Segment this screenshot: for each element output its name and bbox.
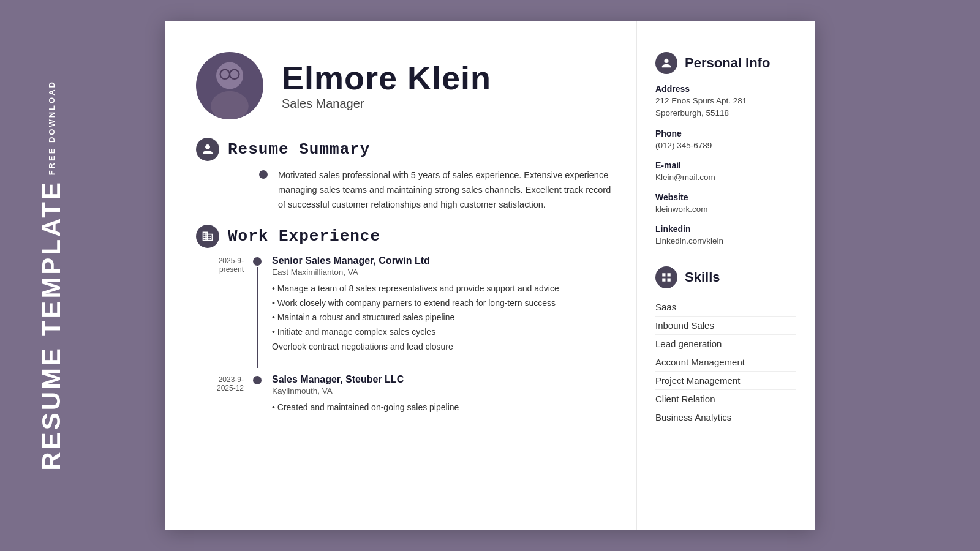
job-2-line: [251, 374, 263, 429]
job-1-dates: 2025-9- present: [196, 255, 251, 368]
resume-template-text: RESUME TEMPLATE: [37, 180, 66, 471]
skill-0: Saas: [655, 298, 796, 317]
linkedin-item: Linkedin Linkedin.com/klein: [655, 224, 796, 247]
summary-icon: [196, 138, 219, 161]
free-download-text: FREE DOWNLOAD: [47, 80, 56, 175]
bullet-1-2: • Work closely with company parners to e…: [272, 296, 612, 311]
bullet-1-4: • Initiate and manage complex sales cycl…: [272, 325, 612, 340]
summary-timeline-line: [257, 168, 270, 212]
linkedin-label: Linkedin: [655, 224, 796, 234]
job-2-dates: 2023-9- 2025-12: [196, 374, 251, 429]
phone-item: Phone (012) 345-6789: [655, 129, 796, 152]
work-experience-header: Work Experience: [196, 225, 612, 248]
resume-sidebar: Personal Info Address 212 Enos Spurs Apt…: [637, 21, 815, 530]
resume-card: Elmore Klein Sales Manager Resume Summar…: [165, 21, 815, 530]
bullet-1-3: • Maintain a robust and structured sales…: [272, 310, 612, 325]
skill-1: Inbound Sales: [655, 317, 796, 335]
job-2-timeline: 2023-9- 2025-12 Sales Manager, Steuber L…: [196, 374, 612, 429]
bullet-1-1: • Manage a team of 8 sales representativ…: [272, 282, 612, 296]
job-1-timeline: 2025-9- present Senior Sales Manager, Co…: [196, 255, 612, 368]
job-1-line: [251, 255, 263, 368]
summary-title: Resume Summary: [228, 140, 370, 159]
linkedin-value: Linkedin.com/klein: [655, 235, 796, 247]
side-label: FREE DOWNLOAD RESUME TEMPLATE: [37, 80, 66, 471]
job-2-dot: [253, 376, 262, 384]
job-1-title: Senior Sales Manager, Corwin Ltd: [272, 255, 612, 266]
job-title: Sales Manager: [282, 97, 491, 111]
timeline-dot: [259, 170, 268, 179]
skill-2: Lead generation: [655, 335, 796, 353]
job-1-vert: [257, 267, 258, 368]
job-1-content: Senior Sales Manager, Corwin Ltd East Ma…: [263, 255, 612, 354]
summary-text: Motivated sales professional with 5 year…: [278, 168, 612, 212]
avatar: [196, 52, 263, 119]
skill-3: Account Management: [655, 353, 796, 372]
skills-title: Skills: [685, 269, 720, 285]
skills-section: Skills Saas Inbound Sales Lead generatio…: [655, 266, 796, 426]
personal-info-section: Personal Info Address 212 Enos Spurs Apt…: [655, 52, 796, 248]
website-value: kleinwork.com: [655, 203, 796, 216]
address-line2: Sporerburgh, 55118: [655, 107, 796, 119]
job-1-dot: [253, 257, 262, 266]
phone-label: Phone: [655, 129, 796, 138]
job-2-title: Sales Manager, Steuber LLC: [272, 374, 612, 385]
header-text: Elmore Klein Sales Manager: [282, 61, 491, 111]
phone-value: (012) 345-6789: [655, 140, 796, 152]
website-label: Website: [655, 192, 796, 202]
skill-6: Business Analytics: [655, 408, 796, 426]
job-1-location: East Maximillianton, VA: [272, 268, 612, 277]
skills-list: Saas Inbound Sales Lead generation Accou…: [655, 298, 796, 426]
skills-header: Skills: [655, 266, 796, 288]
summary-content: Motivated sales professional with 5 year…: [270, 168, 612, 212]
email-item: E-mail Klein@mail.com: [655, 160, 796, 184]
bullet-2-1: • Created and maintained on-going sales …: [272, 400, 612, 415]
skill-4: Project Management: [655, 372, 796, 390]
resume-header: Elmore Klein Sales Manager: [196, 52, 612, 119]
job-2-content: Sales Manager, Steuber LLC Kaylinmouth, …: [263, 374, 612, 415]
personal-info-header: Personal Info: [655, 52, 796, 74]
email-label: E-mail: [655, 160, 796, 170]
person-name: Elmore Klein: [282, 61, 491, 94]
job-2-location: Kaylinmouth, VA: [272, 386, 612, 395]
work-icon: [196, 225, 219, 248]
email-value: Klein@mail.com: [655, 171, 796, 184]
job-2-bullets: • Created and maintained on-going sales …: [272, 400, 612, 415]
personal-info-icon: [655, 52, 677, 74]
work-experience-section: Work Experience 2025-9- present Senior S…: [196, 225, 612, 429]
work-experience-title: Work Experience: [228, 227, 380, 246]
resume-main: Elmore Klein Sales Manager Resume Summar…: [165, 21, 637, 530]
address-line1: 212 Enos Spurs Apt. 281: [655, 95, 796, 107]
svg-point-1: [211, 91, 249, 119]
skills-icon: [655, 266, 677, 288]
website-item: Website kleinwork.com: [655, 192, 796, 216]
job-1-bullets: • Manage a team of 8 sales representativ…: [272, 282, 612, 354]
summary-section: Resume Summary Motivated sales professio…: [196, 138, 612, 212]
skill-5: Client Relation: [655, 390, 796, 408]
address-label: Address: [655, 84, 796, 94]
personal-info-title: Personal Info: [685, 55, 770, 71]
bullet-1-5: Overlook contract negotiations and lead …: [272, 340, 612, 354]
summary-header: Resume Summary: [196, 138, 612, 161]
address-item: Address 212 Enos Spurs Apt. 281 Sporerbu…: [655, 84, 796, 120]
